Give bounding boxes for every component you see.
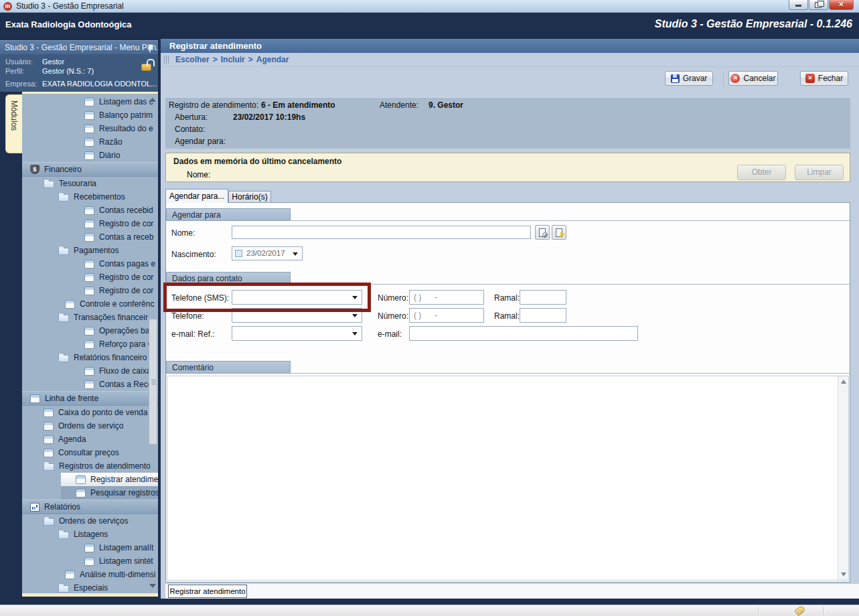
tree-item-label: Registros de atendimento [59,461,151,471]
scroll-up-icon[interactable] [841,380,846,384]
tree-scroll-down-icon[interactable] [149,584,156,588]
tree-scrollbar-thumb[interactable] [149,319,157,445]
tree-item[interactable]: Pesquisar registros d [61,486,158,499]
tree-item[interactable]: Ordens de serviços [22,514,158,528]
tree-item[interactable]: Balanço patrim [22,108,158,122]
tree-item[interactable]: Fluxo de caixa [22,364,158,378]
contact-type-combo[interactable] [232,308,362,323]
tree-item[interactable]: Transações financeir [22,311,158,324]
limpar-button[interactable]: Limpar [795,165,844,180]
tree-item[interactable]: Contas a receb [22,230,158,244]
mdi-tab-registrar-atendimento[interactable]: Registrar atendimento [168,585,247,598]
tree-item[interactable]: Listagem analít [22,541,158,554]
group-agendar-para: Agendar para [166,208,850,221]
contact-type-combo[interactable] [232,290,362,305]
tree-item[interactable]: Reforço para C [22,337,158,351]
save-button[interactable]: Gravar [665,71,713,86]
breadcrumb-item[interactable]: Escolher [175,55,210,64]
tree-item-label: Consultar preços [58,448,119,457]
tree-item[interactable]: Contas recebid [22,204,158,217]
tree-item[interactable]: Pagamentos [22,244,158,257]
nome-input[interactable] [232,226,531,239]
minimize-icon [795,5,801,7]
tree-scroll-up-icon[interactable] [149,98,156,102]
comment-scrollbar[interactable] [838,376,848,580]
tree-section-financeiro[interactable]: Financeiro [22,162,158,177]
ramal-input[interactable] [520,308,566,323]
nome-clear-button[interactable] [535,225,550,240]
cancel-button[interactable]: Cancelar [728,71,778,86]
minimize-button[interactable] [789,0,808,10]
memory-nome-label: Nome: [187,170,210,179]
tree-item[interactable]: Operações ban [22,324,158,337]
pin-icon[interactable] [147,44,153,52]
obter-button[interactable]: Obter [737,165,786,180]
tree-item[interactable]: Listagem das c [22,95,158,108]
tree-item[interactable]: Controle e conferênc [22,297,158,311]
user-info-panel: Usuário: Gestor Perfil: Gestor (N.S.: 7)… [0,54,158,92]
tree-section-relat-rios[interactable]: Relatórios [22,499,158,514]
comentario-textarea[interactable] [167,376,849,581]
tree-item[interactable]: Caixa do ponto de venda [22,406,158,419]
tree-item[interactable]: Registro de cor [22,284,158,297]
tag-icon[interactable] [794,605,805,616]
nome-lookup-button[interactable] [552,225,566,240]
document-icon [84,233,94,242]
tree-item[interactable]: Especiais [22,581,158,595]
tree-item[interactable]: Razão [22,135,158,149]
tree-item[interactable]: Registro de cor [22,271,158,284]
tree-item[interactable]: Análise multi-dimensi [22,568,158,581]
ramal-label: Ramal: [494,293,520,303]
company-name: Exata Radiologia Odontoógica [5,19,132,29]
tree-item[interactable]: Resultado do e [22,122,158,135]
document-icon [84,367,94,376]
email-input[interactable] [409,326,638,341]
document-icon [84,380,94,389]
email-ref-combo[interactable] [232,326,362,341]
document-icon [84,544,94,552]
agendar-label: Agendar para: [175,137,226,146]
document-icon [84,220,94,228]
tree-item[interactable]: Listagens [22,528,158,541]
scroll-down-icon[interactable] [841,572,846,576]
numero-input[interactable]: ( ) - [409,308,484,323]
close-button[interactable] [829,0,854,10]
tree-item[interactable]: Contas a Recel [22,378,158,391]
tree-item[interactable]: Listagem sintét [22,554,158,568]
company-row: Empresa: EXATA RADIOLOGIA ODONTOL... [5,80,157,88]
tree-item[interactable]: Agenda [22,433,158,446]
date-checkbox-icon[interactable] [235,250,242,257]
tree-item-label: Agenda [58,435,86,444]
close-form-button[interactable]: Fechar [800,71,848,86]
cancel-button-label: Cancelar [743,74,775,83]
document-icon [84,557,94,566]
document-icon [44,408,54,417]
tree-item[interactable]: Recebimentos [22,190,158,204]
tree-item[interactable]: Contas pagas e [22,257,158,271]
ramal-input[interactable] [520,290,566,305]
tab-horarios[interactable]: Horário(s) [228,191,271,203]
tree-section-linha-de-frente[interactable]: Linha de frente [22,391,158,406]
group-dados-contato: Dados para contato [166,272,850,285]
tab-modulos[interactable]: Módulos [5,94,22,153]
sidebar-header[interactable]: Studio 3 - Gestão Empresarial - Menu Pri… [0,40,158,54]
tree-item[interactable]: Diário [22,149,158,162]
nascimento-datepicker[interactable]: 23/02/2017 [232,246,303,260]
tree-item[interactable]: Ordens de serviço [22,419,158,433]
tab-agendar-para[interactable]: Agendar para... [165,189,228,203]
tree-item[interactable]: Relatórios financeiro [22,351,158,364]
document-icon [84,273,94,282]
money-icon [30,165,40,174]
tree-item[interactable]: Consultar preços [22,446,158,459]
open-padlock-icon[interactable] [141,64,151,71]
breadcrumb-item[interactable]: Agendar [256,55,289,64]
tree-item[interactable]: Registros de atendimento [22,459,158,473]
tree-item[interactable]: Tesouraria [22,177,158,190]
numero-input[interactable]: ( ) - [409,290,484,305]
restore-button[interactable] [809,0,828,10]
tree-item[interactable]: Registrar atendimen [61,473,158,486]
grip-icon[interactable] [164,56,170,64]
breadcrumb-item[interactable]: Incluir [221,55,245,64]
tree-item[interactable]: Registro de cor [22,217,158,230]
floppy-icon [671,74,680,83]
